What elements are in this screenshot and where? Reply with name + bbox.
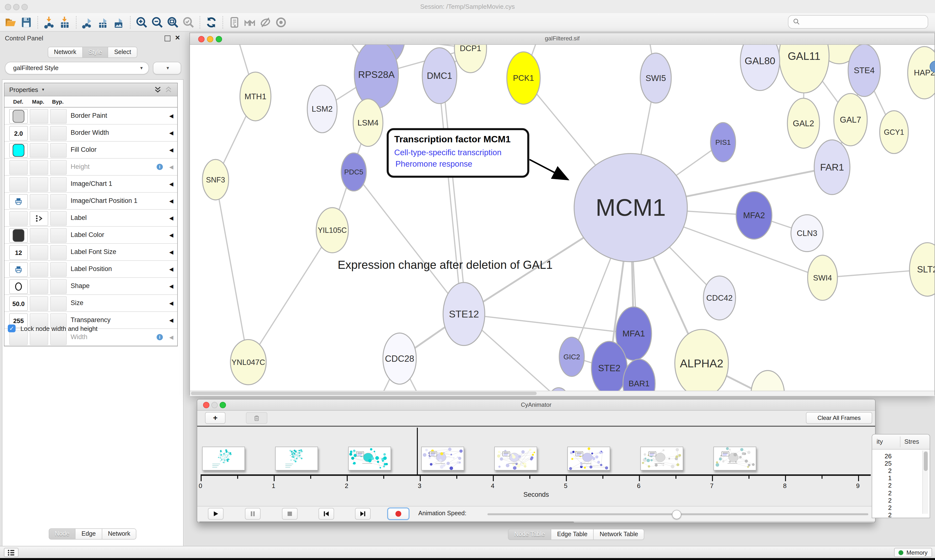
property-row-label-color[interactable]: Label Color◀ <box>5 227 177 244</box>
def-cell[interactable] <box>9 177 28 192</box>
table-cell-value[interactable]: 26 <box>872 452 892 460</box>
map-cell[interactable] <box>30 177 48 192</box>
network-node-gal2[interactable]: GAL2 <box>787 98 819 148</box>
frame-thumbnail-3[interactable] <box>421 447 464 471</box>
close-window-light[interactable] <box>5 4 11 10</box>
map-cell[interactable] <box>30 330 48 345</box>
map-cell[interactable] <box>30 245 48 260</box>
network-node-pis1[interactable]: PIS1 <box>711 123 736 162</box>
scrollbar-thumb[interactable] <box>191 392 537 395</box>
map-cell[interactable] <box>30 160 48 175</box>
export-table-button[interactable] <box>96 14 111 30</box>
network-node-ste2[interactable]: STE2 <box>591 341 627 391</box>
network-node-mth1[interactable]: MTH1 <box>240 72 271 121</box>
map-cell[interactable] <box>30 211 48 226</box>
network-node-gal80[interactable]: GAL80 <box>740 45 779 91</box>
expand-row-icon[interactable]: ◀ <box>169 193 173 209</box>
frame-thumbnail-7[interactable] <box>713 447 756 471</box>
network-node-pdc5[interactable]: PDC5 <box>341 153 366 191</box>
save-button[interactable] <box>19 14 34 30</box>
frame-thumbnail-4[interactable] <box>494 447 537 471</box>
cyanimator-titlebar[interactable]: CyAnimator <box>197 400 875 411</box>
network-node-ynl047c[interactable]: YNL047C <box>230 340 266 385</box>
byp-cell[interactable] <box>50 194 67 209</box>
network-node-lsm4[interactable]: LSM4 <box>353 99 383 146</box>
lock-node-size-row[interactable]: ✓ Lock node width and height <box>4 325 98 332</box>
table-cell-value[interactable]: 2 <box>872 482 892 489</box>
tab-select[interactable]: Select <box>108 47 137 58</box>
table-cell-value[interactable]: 1 <box>872 475 892 482</box>
byp-cell[interactable] <box>50 245 67 260</box>
memory-button[interactable]: Memory <box>894 548 932 557</box>
def-cell[interactable]: 12 <box>9 245 28 260</box>
expand-row-icon[interactable]: ◀ <box>169 125 173 141</box>
network-node-lsm2[interactable]: LSM2 <box>307 85 337 132</box>
expand-row-icon[interactable]: ◀ <box>169 278 173 294</box>
property-row-shape[interactable]: Shape◀ <box>5 278 177 295</box>
frame-thumbnail-6[interactable] <box>640 447 683 471</box>
def-cell[interactable]: 50.0 <box>9 296 28 311</box>
def-cell[interactable] <box>9 194 28 209</box>
def-cell[interactable] <box>9 228 28 243</box>
export-network-button[interactable] <box>80 14 96 30</box>
add-frame-button[interactable]: + <box>205 412 225 424</box>
expand-row-icon[interactable]: ◀ <box>169 142 173 158</box>
network-node-rps28a[interactable]: RPS28A <box>354 45 398 108</box>
map-cell[interactable] <box>30 143 48 158</box>
eye-button[interactable] <box>273 14 289 30</box>
float-panel-icon[interactable] <box>165 35 170 42</box>
network-node-ste4[interactable]: STE4 <box>848 45 880 97</box>
zoom-window-light[interactable] <box>22 4 28 10</box>
style-options-button[interactable]: ▾ <box>153 62 181 74</box>
caption-annotation[interactable]: Expression change after deletion of GAL1 <box>338 258 553 271</box>
pause-button[interactable] <box>245 508 261 520</box>
byp-cell[interactable] <box>50 330 67 345</box>
table-cell-value[interactable]: 2 <box>872 504 892 511</box>
minimize-icon[interactable] <box>207 36 213 42</box>
hide-button[interactable] <box>258 14 273 30</box>
zoom-in-button[interactable] <box>134 14 150 30</box>
clear-all-frames-button[interactable]: Clear All Frames <box>806 412 872 424</box>
slider-knob[interactable] <box>672 510 681 519</box>
import-network-button[interactable] <box>42 14 57 30</box>
minimize-window-light[interactable] <box>13 4 20 10</box>
table-cell-value[interactable]: 2 <box>872 467 892 474</box>
network-node-mcm1[interactable]: MCM1 <box>574 154 687 262</box>
network-node-alpha2[interactable]: ALPHA2 <box>675 329 728 391</box>
refresh-button[interactable] <box>204 14 219 30</box>
byp-cell[interactable] <box>50 211 67 226</box>
expand-row-icon[interactable]: ◀ <box>169 244 173 260</box>
style-target-tab-network[interactable]: Network <box>102 528 137 540</box>
network-horizontal-scrollbar[interactable] <box>190 391 935 396</box>
minimize-icon[interactable] <box>211 402 218 408</box>
style-target-tab-edge[interactable]: Edge <box>76 528 102 540</box>
frame-thumbnail-1[interactable] <box>275 447 318 471</box>
frame-thumbnail-5[interactable] <box>567 447 610 471</box>
map-cell[interactable] <box>30 126 48 141</box>
map-cell[interactable] <box>30 109 48 123</box>
table-cell-value[interactable]: 2 <box>872 511 892 518</box>
zoom-icon[interactable] <box>220 402 226 408</box>
network-node-ste12[interactable]: STE12 <box>443 282 485 345</box>
network-node-snf3[interactable]: SNF3 <box>202 160 228 200</box>
network-node-swi5[interactable]: SWI5 <box>640 53 671 103</box>
byp-cell[interactable] <box>50 160 67 175</box>
map-cell[interactable] <box>30 194 48 209</box>
def-cell[interactable] <box>9 143 28 158</box>
tab-network[interactable]: Network <box>48 47 83 58</box>
def-cell[interactable] <box>9 279 28 294</box>
export-image-button[interactable] <box>111 14 127 30</box>
network-node-swi4[interactable]: SWI4 <box>808 255 837 300</box>
table-tab-network-table[interactable]: Network Table <box>594 529 645 540</box>
import-table-button[interactable] <box>57 14 73 30</box>
table-column-stress[interactable]: Stres <box>904 438 919 445</box>
zoom-selected-button[interactable] <box>181 14 196 30</box>
property-row-image-chart-position-1[interactable]: Image/Chart Position 1◀ <box>5 193 177 210</box>
close-panel-icon[interactable]: ✕ <box>175 34 180 42</box>
properties-header[interactable]: Properties ▾ <box>5 83 177 96</box>
scrollbar-thumb[interactable] <box>924 451 927 471</box>
network-node-gal7[interactable]: GAL7 <box>834 94 867 146</box>
close-icon[interactable] <box>203 402 210 408</box>
byp-cell[interactable] <box>50 109 67 123</box>
network-node-mfa2[interactable]: MFA2 <box>736 191 772 239</box>
